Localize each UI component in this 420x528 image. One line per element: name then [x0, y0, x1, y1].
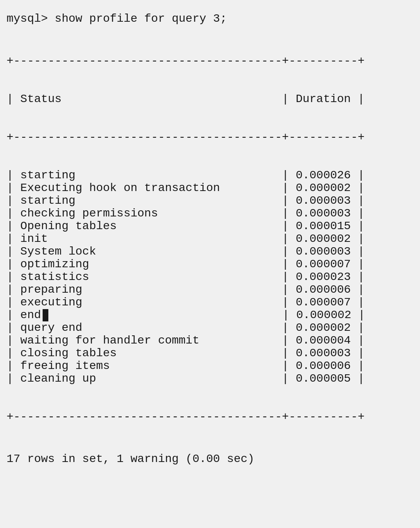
table-row: | freeing items | 0.000006 |	[7, 360, 413, 372]
table-row: | query end | 0.000002 |	[7, 321, 413, 334]
table-header: | Status | Duration |	[7, 93, 413, 105]
text-cursor	[43, 309, 48, 321]
table-row: | statistics | 0.000023 |	[7, 271, 413, 283]
table-container: +---------------------------------------…	[7, 29, 413, 448]
table-row: | cleaning up | 0.000005 |	[7, 372, 413, 385]
table-row: | init | 0.000002 |	[7, 232, 413, 245]
footer: 17 rows in set, 1 warning (0.00 sec)	[7, 453, 413, 465]
terminal: mysql> show profile for query 3; +------…	[7, 8, 413, 469]
table-row: | executing | 0.000007 |	[7, 296, 413, 309]
table-row: | checking permissions | 0.000003 |	[7, 207, 413, 220]
bottom-separator: +---------------------------------------…	[7, 410, 413, 423]
table-row: | optimizing | 0.000007 |	[7, 258, 413, 271]
table-row: | Opening tables | 0.000015 |	[7, 220, 413, 232]
table-row: | starting | 0.000026 |	[7, 169, 413, 182]
table-row: | end | 0.000002 |	[7, 309, 413, 321]
header-separator: +---------------------------------------…	[7, 131, 413, 143]
table-row: | preparing | 0.000006 |	[7, 283, 413, 296]
table-row: | closing tables | 0.000003 |	[7, 347, 413, 360]
table-row: | starting | 0.000003 |	[7, 194, 413, 207]
table-row: | Executing hook on transaction | 0.0000…	[7, 182, 413, 194]
table-rows-container: | starting | 0.000026 || Executing hook …	[7, 169, 413, 385]
top-separator: +---------------------------------------…	[7, 55, 413, 67]
table-row: | waiting for handler commit | 0.000004 …	[7, 334, 413, 347]
command-line: mysql> show profile for query 3;	[7, 12, 413, 25]
table-row: | System lock | 0.000003 |	[7, 245, 413, 258]
